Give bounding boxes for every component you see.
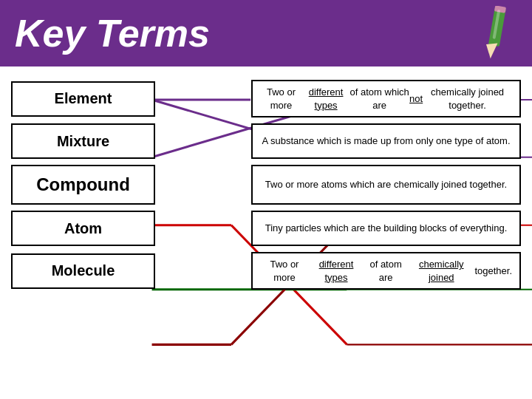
term-box-element: Element — [11, 81, 155, 117]
term-row-element: Element Two or more different types of a… — [11, 80, 521, 117]
definition-box-element: Two or more different types of atom whic… — [251, 80, 521, 117]
term-box-mixture: Mixture — [11, 123, 155, 159]
pencil-icon — [477, 6, 517, 61]
term-box-compound: Compound — [11, 165, 155, 205]
term-row-mixture: Mixture A substance which is made up fro… — [11, 123, 521, 159]
definition-box-compound: Two or more atoms which are chemically j… — [251, 165, 521, 205]
definition-box-mixture: A substance which is made up from only o… — [251, 123, 521, 159]
term-box-molecule: Molecule — [11, 253, 155, 289]
main-content: Element Two or more different types of a… — [0, 66, 532, 399]
svg-marker-1 — [484, 41, 498, 59]
page-title: Key Terms — [15, 11, 210, 55]
definition-box-molecule: Two or more different types of atom are … — [251, 252, 521, 290]
term-box-atom: Atom — [11, 211, 155, 246]
term-row-compound: Compound Two or more atoms which are che… — [11, 165, 521, 205]
term-row-molecule: Molecule Two or more different types of … — [11, 252, 521, 290]
definition-box-atom: Tiny particles which are the building bl… — [251, 211, 521, 246]
term-row-atom: Atom Tiny particles which are the buildi… — [11, 211, 521, 246]
header: Key Terms — [0, 0, 532, 66]
terms-list: Element Two or more different types of a… — [11, 74, 521, 290]
